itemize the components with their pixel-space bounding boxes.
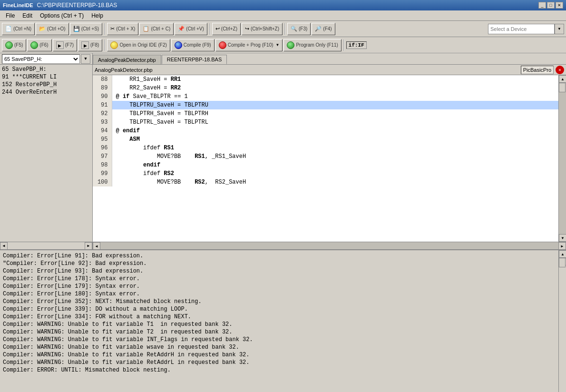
labels-dropdown-button[interactable]: ▼: [81, 54, 90, 64]
table-row[interactable]: 100 MOVE?BB RS2, RS2_SaveH: [93, 178, 558, 186]
table-row[interactable]: 99 ifdef RS2: [93, 169, 558, 178]
window-controls: _ □ ✕: [538, 2, 563, 9]
code-cell: ASM: [112, 135, 558, 144]
hscroll-track[interactable]: [100, 242, 558, 249]
run-button[interactable]: (F5): [2, 39, 26, 51]
line-number: 97: [93, 152, 112, 161]
run2-button[interactable]: (F6): [27, 39, 51, 51]
labels-select[interactable]: 65 SavePBP_H:91 ***CURRENT LI152 Restore…: [2, 54, 80, 64]
labels-panel: 65 SavePBP_H:91 ***CURRENT LI152 Restore…: [0, 53, 93, 249]
label-item[interactable]: 244 OverReEnterH: [1, 88, 91, 96]
open-button[interactable]: 📂 (Ctrl +O): [36, 23, 69, 35]
code-cell: RR2_SaveH = RR2: [112, 84, 558, 92]
run2-icon: [30, 41, 38, 49]
output-line: Compiler: WARNING: Unable to fit variabl…: [3, 336, 556, 343]
labels-scroll-left[interactable]: ◀: [0, 242, 8, 250]
table-row[interactable]: 89 RR2_SaveH = RR2: [93, 84, 558, 92]
editor-area: AnalogPeakDetector.pbp REENTERPBP-18.BAS…: [93, 53, 566, 249]
table-row[interactable]: 90 @ if Save_TBLPTR == 1: [93, 92, 558, 101]
output-content[interactable]: Compiler: Error[Line 91]: Bad expression…: [0, 250, 558, 392]
close-window-button[interactable]: ✕: [556, 2, 563, 9]
paste-button[interactable]: 📌 (Ctrl +V): [175, 23, 207, 35]
table-row[interactable]: 96 ifdef RS1: [93, 144, 558, 152]
hscroll-left-button[interactable]: ◀: [93, 242, 100, 250]
label-item[interactable]: 152 RestorePBP_H: [1, 81, 91, 88]
program-button[interactable]: Program Only (F11): [283, 39, 341, 51]
scroll-down-button[interactable]: ▼: [559, 234, 566, 242]
table-row[interactable]: 91 TBLPTRU_SaveH = TBLPTRU: [93, 101, 558, 109]
run-icon: [5, 41, 13, 49]
output-scroll-up[interactable]: ▲: [559, 250, 566, 258]
new-button[interactable]: 📄 (Ctrl +N): [2, 23, 35, 35]
redo-button[interactable]: ↪ (Ctrl+Shift+Z): [242, 23, 283, 35]
step-icon: ▶: [56, 41, 64, 49]
findnext-button[interactable]: 🔎 (F4): [312, 23, 335, 35]
close-file-button[interactable]: ✕: [556, 66, 564, 74]
open-label: (Ctrl +O): [47, 26, 66, 31]
undo-button[interactable]: ↩ (Ctrl+Z): [212, 23, 241, 35]
copy-button[interactable]: 📋 (Ctrl + C): [139, 23, 174, 35]
code-scroll-area[interactable]: 88 RR1_SaveH = RR1 89 RR2_SaveH = RR2 90…: [93, 75, 558, 242]
line-number: 94: [93, 127, 112, 135]
compile-button[interactable]: Compile (F9): [171, 39, 215, 51]
table-row[interactable]: 94 @ endif: [93, 127, 558, 135]
menu-options[interactable]: Options (Ctrl + T): [36, 10, 88, 20]
output-line: Compiler: Error[Line 180]: Syntax error.: [3, 290, 556, 298]
code-cell: MOVE?BB RS1, _RS1_SaveH: [112, 152, 558, 161]
label-item[interactable]: 91 ***CURRENT LI: [1, 73, 91, 81]
maximize-button[interactable]: □: [547, 2, 555, 9]
menu-help[interactable]: Help: [88, 10, 107, 20]
menu-file[interactable]: File: [2, 10, 19, 20]
if-badge: if:IF: [346, 41, 367, 49]
scroll-up-button[interactable]: ▲: [559, 75, 566, 83]
labels-hscroll[interactable]: ◀ ▶: [0, 242, 92, 249]
device-dropdown-button[interactable]: ▼: [555, 24, 564, 34]
output-line: Compiler: Error[Line 91]: Bad expression…: [3, 252, 556, 260]
redo-label: (Ctrl+Shift+Z): [251, 26, 279, 31]
save-button[interactable]: 💾 (Ctrl +S): [70, 23, 103, 35]
editor-tabs: AnalogPeakDetector.pbp REENTERPBP-18.BAS: [93, 53, 566, 65]
table-row[interactable]: 92 TBLPTRH_SaveH = TBLPTRH: [93, 109, 558, 118]
run2-label: (F6): [39, 42, 48, 48]
compile-icon: [175, 41, 182, 49]
line-number: 96: [93, 144, 112, 152]
step-label: (F7): [65, 42, 74, 48]
scroll-thumb[interactable]: [559, 83, 566, 92]
copy-label: (Ctrl + C): [151, 26, 170, 31]
find-button[interactable]: 🔍 (F3): [287, 23, 311, 35]
device-select-input[interactable]: [488, 24, 555, 34]
menu-edit[interactable]: Edit: [19, 10, 36, 20]
table-row[interactable]: 97 MOVE?BB RS1, _RS1_SaveH: [93, 152, 558, 161]
scroll-track[interactable]: [559, 83, 566, 234]
line-number: 95: [93, 135, 112, 144]
cut-label: (Ctrl + X): [116, 26, 135, 31]
open-ide-button[interactable]: Open in Origi IDE (F2): [107, 39, 170, 51]
output-line: Compiler: WARNING: Unable to fit variabl…: [3, 328, 556, 336]
step2-button[interactable]: ▶ (F8): [78, 39, 102, 51]
compile-prog-button[interactable]: Compile + Prog (F10) ▼: [215, 39, 283, 51]
code-cell: RR1_SaveH = RR1: [112, 75, 558, 84]
tab-reenter[interactable]: REENTERPBP-18.BAS: [162, 55, 227, 64]
output-line: Compiler: Error[Line 179]: Syntax error.: [3, 283, 556, 290]
output-vscroll[interactable]: ▲ ▼: [558, 250, 566, 392]
step2-icon: ▶: [81, 41, 89, 49]
label-item[interactable]: 65 SavePBP_H:: [1, 66, 91, 73]
device-select-container: ▼: [488, 24, 564, 34]
table-row[interactable]: 95 ASM: [93, 135, 558, 144]
compile-prog-arrow[interactable]: ▼: [276, 43, 280, 47]
minimize-button[interactable]: _: [538, 2, 546, 9]
table-row[interactable]: 88 RR1_SaveH = RR1: [93, 75, 558, 84]
copy-icon: 📋: [143, 26, 149, 32]
labels-scroll-right[interactable]: ▶: [85, 242, 92, 250]
step-button[interactable]: ▶ (F7): [53, 39, 77, 51]
output-line: Compiler: Error[Line 339]: DO without a …: [3, 305, 556, 313]
tab-analog[interactable]: AnalogPeakDetector.pbp: [93, 55, 161, 64]
separator3: [284, 23, 285, 35]
cut-button[interactable]: ✂ (Ctrl + X): [107, 23, 138, 35]
separator4: [104, 39, 105, 51]
hscroll-right-button[interactable]: ▶: [558, 242, 566, 250]
table-row[interactable]: 98 endif: [93, 161, 558, 169]
line-number: 98: [93, 161, 112, 169]
table-row[interactable]: 93 TBLPTRL_SaveH = TBLPTRL: [93, 118, 558, 127]
output-scroll-thumb[interactable]: [559, 258, 566, 267]
